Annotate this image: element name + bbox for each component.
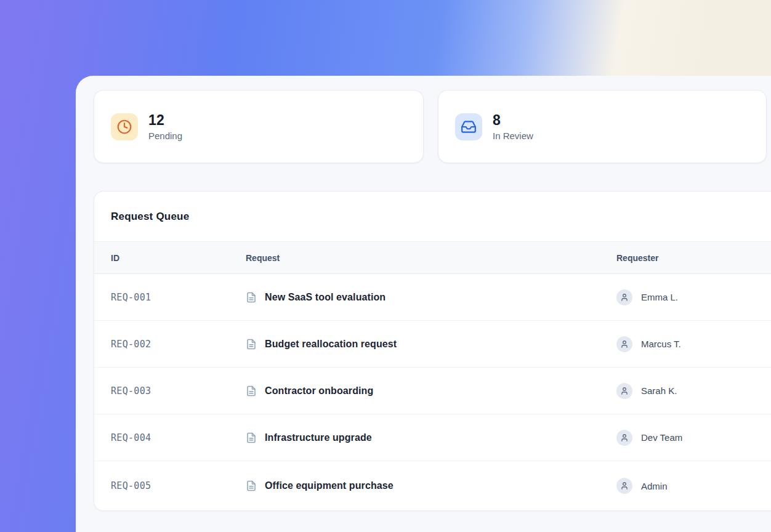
request-cell: New SaaS tool evaluation (246, 292, 616, 303)
file-text-icon (246, 292, 257, 303)
table-row[interactable]: REQ-003 Contractor onboarding (94, 368, 771, 414)
requester-name: Emma L. (641, 292, 678, 302)
table-row[interactable]: REQ-002 Budget reallocation request (94, 321, 771, 368)
table-row[interactable]: REQ-005 Office equipment purchase (94, 461, 771, 510)
table-body: REQ-001 New SaaS tool evaluation (94, 274, 771, 510)
request-id: REQ-005 (111, 480, 246, 491)
file-text-icon (246, 480, 257, 491)
request-id: REQ-001 (111, 292, 246, 303)
requester-cell: Sarah K. (616, 383, 771, 399)
main-panel: 12 Pending 8 In Review Request Queue ID … (76, 76, 771, 532)
request-title: Infrastructure upgrade (265, 432, 372, 443)
user-avatar-icon (616, 383, 632, 399)
request-title: New SaaS tool evaluation (265, 292, 386, 303)
request-queue-header: Request Queue (94, 191, 771, 242)
column-header-id: ID (111, 253, 246, 263)
in-review-count: 8 (493, 112, 533, 128)
table-header-row: ID Request Requester (94, 242, 771, 274)
requester-cell: Marcus T. (616, 336, 771, 352)
table-row[interactable]: REQ-004 Infrastructure upgrade (94, 414, 771, 461)
stat-card-pending: 12 Pending (94, 90, 424, 163)
inbox-icon (455, 113, 482, 140)
requester-name: Admin (641, 481, 668, 491)
page-title: Request Queue (111, 211, 189, 223)
stat-card-in-review: 8 In Review (438, 90, 767, 163)
requester-cell: Emma L. (616, 289, 771, 305)
user-avatar-icon (616, 289, 632, 305)
stat-text: 12 Pending (148, 112, 182, 140)
user-avatar-icon (616, 430, 632, 446)
dashboard-page: { "theme": { "gradient_left": "#8178f1",… (0, 0, 771, 532)
request-title: Budget reallocation request (265, 339, 397, 350)
column-header-request: Request (246, 253, 616, 263)
request-cell: Office equipment purchase (246, 480, 616, 491)
column-header-requester: Requester (616, 253, 771, 263)
stat-text: 8 In Review (493, 112, 533, 140)
file-text-icon (246, 385, 257, 397)
user-avatar-icon (616, 336, 632, 352)
pending-count: 12 (148, 112, 182, 128)
request-cell: Infrastructure upgrade (246, 432, 616, 443)
requester-cell: Admin (616, 478, 771, 494)
request-queue-card: Request Queue ID Request Requester REQ-0… (94, 191, 771, 511)
clock-icon (111, 113, 138, 140)
request-cell: Contractor onboarding (246, 385, 616, 397)
requester-name: Marcus T. (641, 339, 681, 349)
request-title: Contractor onboarding (265, 385, 373, 397)
pending-label: Pending (148, 131, 182, 141)
requester-name: Dev Team (641, 432, 682, 443)
user-avatar-icon (616, 478, 632, 494)
table-row[interactable]: REQ-001 New SaaS tool evaluation (94, 274, 771, 321)
request-cell: Budget reallocation request (246, 339, 616, 350)
request-id: REQ-002 (111, 339, 246, 350)
in-review-label: In Review (493, 131, 533, 141)
request-id: REQ-003 (111, 385, 246, 397)
stats-row: 12 Pending 8 In Review (94, 90, 771, 163)
requester-cell: Dev Team (616, 430, 771, 446)
file-text-icon (246, 432, 257, 443)
request-title: Office equipment purchase (265, 480, 394, 491)
requester-name: Sarah K. (641, 385, 677, 396)
request-id: REQ-004 (111, 432, 246, 443)
file-text-icon (246, 339, 257, 350)
